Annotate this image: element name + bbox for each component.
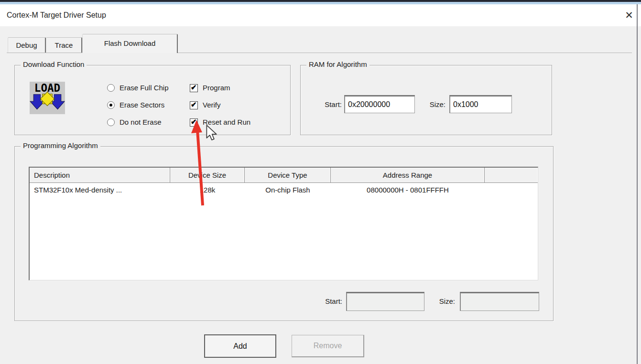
add-button[interactable]: Add — [204, 334, 276, 358]
dialog-right-border — [637, 4, 638, 364]
tab-trace[interactable]: Trace — [46, 37, 82, 53]
radio-do-not-erase-circle[interactable] — [107, 118, 115, 126]
ram-size-label: Size: — [423, 99, 445, 110]
radio-erase-sectors-circle[interactable] — [107, 101, 115, 109]
checkbox-reset-and-run[interactable]: Reset and Run — [190, 117, 250, 128]
tab-debug[interactable]: Debug — [8, 37, 46, 53]
download-function-title: Download Function — [21, 60, 87, 68]
checkbox-program[interactable]: Program — [190, 83, 230, 93]
algorithm-start-label: Start: — [314, 296, 342, 307]
radio-erase-sectors-label: Erase Sectors — [120, 100, 164, 110]
ram-start-label: Start: — [313, 99, 342, 110]
cell-device-size: 128k — [170, 183, 245, 197]
ram-start-input[interactable] — [344, 95, 415, 113]
radio-erase-sectors[interactable]: Erase Sectors — [107, 100, 164, 110]
checkbox-verify[interactable]: Verify — [190, 100, 221, 110]
tab-flash-download[interactable]: Flash Download — [82, 34, 178, 53]
checkbox-program-box[interactable] — [190, 84, 198, 92]
cell-spare — [485, 183, 538, 197]
header-address-range[interactable]: Address Range — [331, 168, 485, 182]
header-description[interactable]: Description — [30, 168, 170, 182]
checkbox-program-label: Program — [203, 83, 230, 93]
table-row[interactable]: STM32F10x Med-density ... 128k On-chip F… — [30, 183, 538, 197]
algorithm-table[interactable]: Description Device Size Device Type Addr… — [29, 167, 538, 280]
cell-address-range: 08000000H - 0801FFFFH — [331, 183, 485, 197]
mouse-cursor-icon — [206, 125, 218, 142]
algorithm-table-header: Description Device Size Device Type Addr… — [30, 168, 538, 183]
checkbox-verify-box[interactable] — [190, 101, 198, 109]
programming-algorithm-title: Programming Algorithm — [21, 141, 100, 150]
cell-device-type: On-chip Flash — [245, 183, 331, 197]
radio-erase-full-chip[interactable]: Erase Full Chip — [107, 83, 169, 93]
checkbox-verify-label: Verify — [203, 100, 221, 110]
load-download-icon: LOAD — [30, 82, 65, 114]
dialog-title: Cortex-M Target Driver Setup — [7, 4, 106, 26]
algorithm-start-input — [346, 292, 424, 311]
checkbox-reset-and-run-box[interactable] — [190, 118, 198, 127]
remove-button: Remove — [292, 335, 364, 357]
header-device-type[interactable]: Device Type — [245, 168, 331, 182]
radio-erase-full-chip-circle[interactable] — [107, 84, 115, 92]
header-spare — [485, 168, 538, 182]
header-device-size[interactable]: Device Size — [170, 168, 245, 182]
driver-setup-dialog: Cortex-M Target Driver Setup ✕ Debug Tra… — [0, 0, 641, 364]
ram-size-input[interactable] — [449, 95, 512, 113]
radio-do-not-erase-label: Do not Erase — [120, 117, 162, 128]
ram-for-algorithm-title: RAM for Algorithm — [306, 60, 369, 68]
radio-do-not-erase[interactable]: Do not Erase — [107, 117, 162, 128]
cell-description: STM32F10x Med-density ... — [30, 183, 170, 197]
algorithm-size-input — [460, 292, 539, 311]
algorithm-size-label: Size: — [431, 296, 455, 307]
radio-erase-full-chip-label: Erase Full Chip — [120, 83, 169, 93]
